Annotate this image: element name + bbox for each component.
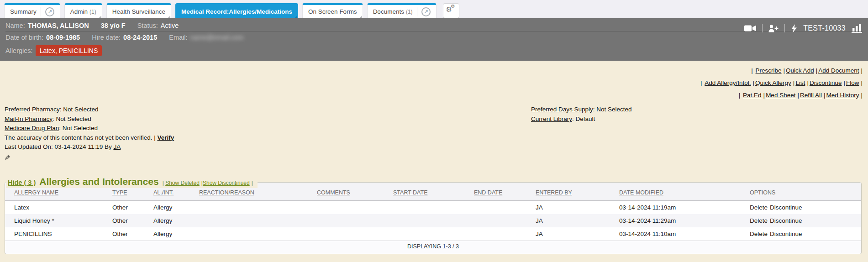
allergy-name-cell: Liquid Honey *	[5, 214, 109, 227]
col-al-int[interactable]: AL./INT.	[153, 189, 174, 196]
patient-header-icons: TEST-10033	[744, 24, 863, 33]
icon-divider	[784, 24, 785, 32]
quick-add-link[interactable]: Quick Add	[786, 67, 817, 74]
tab-documents[interactable]: Documents (1) ↗	[367, 3, 437, 18]
gear-icon: ⚙	[451, 4, 455, 9]
patient-details-row: Date of birth: 08-09-1985 Hire date: 08-…	[5, 31, 863, 43]
end-date-cell	[470, 201, 532, 215]
tab-medical-record-label: Medical Record:Allergies/Medications	[181, 8, 292, 15]
delete-action[interactable]: Delete	[750, 231, 768, 237]
current-library-value: Default	[572, 115, 595, 122]
section-filter-links: Show DeletedShow Discontinued	[163, 180, 253, 186]
col-start-date[interactable]: START DATE	[393, 189, 427, 196]
mailin-pharmacy-link[interactable]: Mail-In Pharmacy	[5, 115, 53, 122]
tab-on-screen-forms[interactable]: On Screen Forms	[302, 3, 363, 18]
last-updated-text: Last Updated On: 03-14-2024 11:19 By	[5, 143, 112, 150]
type-cell: Other	[109, 201, 150, 215]
discontinue-action[interactable]: Discontinue	[770, 217, 802, 224]
col-date-modified[interactable]: DATE MODIFIED	[619, 189, 663, 196]
open-external-icon[interactable]: ↗	[421, 7, 431, 16]
action-links-row-2: Add Allergy/Intol.Quick AllergyListDisco…	[700, 77, 863, 89]
action-links-row-3: Pat.EdMed SheetRefill AllMed History	[700, 89, 863, 101]
end-date-cell	[470, 227, 532, 241]
add-document-link[interactable]: Add Document	[818, 67, 863, 74]
video-camera-icon[interactable]	[744, 25, 756, 32]
edit-pencil-icon[interactable]: ✎	[5, 153, 11, 163]
last-updated-by-link[interactable]: JA	[113, 143, 121, 150]
table-row[interactable]: PENICILLINS Other Allergy JA 03-14-2024 …	[5, 227, 861, 241]
type-cell: Other	[109, 227, 150, 241]
add-person-icon[interactable]	[768, 25, 779, 32]
add-allergy-intol-link[interactable]: Add Allergy/Intol.	[705, 79, 754, 86]
allergies-section-legend: Hide ( 3 ) Allergies and Intolerances Sh…	[6, 176, 258, 188]
tab-health-surveillance[interactable]: Health Surveillance	[106, 3, 171, 18]
tab-divider	[41, 7, 41, 16]
section-title: Allergies and Intolerances	[39, 176, 158, 187]
reaction-cell	[195, 214, 313, 227]
delete-action[interactable]: Delete	[750, 217, 768, 224]
table-row[interactable]: Liquid Honey * Other Allergy JA 03-14-20…	[5, 214, 861, 227]
list-link[interactable]: List	[795, 79, 809, 86]
comments-cell	[313, 201, 389, 215]
allergies-badge[interactable]: Latex, PENICILLINS	[36, 45, 102, 56]
refill-all-link[interactable]: Refill All	[800, 92, 826, 99]
quick-allergy-link[interactable]: Quick Allergy	[755, 79, 794, 86]
pat-ed-link[interactable]: Pat.Ed	[743, 92, 765, 99]
show-deleted-link[interactable]: Show Deleted	[165, 180, 203, 186]
accuracy-row: The accuracy of this content has not yet…	[5, 133, 174, 143]
lightning-icon[interactable]	[791, 24, 797, 33]
patient-age-sex: 38 y/o F	[101, 22, 126, 29]
current-library-link[interactable]: Current Library	[531, 115, 572, 122]
hide-section-link[interactable]: Hide ( 3 )	[8, 179, 36, 186]
show-discontinued-link[interactable]: Show Discontinued	[203, 180, 253, 186]
action-links-row-1: PrescribeQuick AddAdd Document	[700, 64, 863, 77]
preferred-pharmacy-link[interactable]: Preferred Pharmacy	[5, 106, 60, 113]
start-date-cell	[389, 214, 470, 227]
patient-email-redacted: name@email.com	[190, 34, 244, 41]
table-row[interactable]: Latex Other Allergy JA 03-14-2024 11:19a…	[5, 201, 861, 215]
options-cell: DeleteDiscontinue	[746, 201, 861, 215]
col-type[interactable]: TYPE	[112, 189, 127, 196]
delete-action[interactable]: Delete	[750, 204, 768, 211]
col-reaction[interactable]: REACTION/REASON	[199, 189, 254, 196]
start-date-cell	[389, 201, 470, 215]
discontinue-action[interactable]: Discontinue	[770, 231, 802, 237]
col-end-date[interactable]: END DATE	[474, 189, 502, 196]
medicare-plan-value: Not Selected	[59, 125, 98, 131]
mailin-pharmacy-value: Not Selected	[53, 115, 91, 122]
allergy-name-cell: PENICILLINS	[5, 227, 109, 241]
med-history-link[interactable]: Med History	[826, 92, 863, 99]
type-cell: Other	[109, 214, 150, 227]
discontinue-action[interactable]: Discontinue	[770, 204, 802, 211]
col-entered-by[interactable]: ENTERED BY	[536, 189, 572, 196]
med-sheet-link[interactable]: Med Sheet	[766, 92, 799, 99]
discontinue-link[interactable]: Discontinue	[810, 79, 845, 86]
col-comments[interactable]: COMMENTS	[317, 189, 350, 196]
prescribe-link[interactable]: Prescribe	[756, 67, 785, 74]
reaction-cell	[195, 227, 313, 241]
tab-summary[interactable]: Summary ↗	[4, 3, 60, 18]
tab-corner-fold-icon	[360, 16, 362, 18]
hire-date-label: Hire date:	[92, 34, 121, 41]
days-supply-link[interactable]: Preferred Days Supply	[531, 106, 593, 113]
verify-link[interactable]: Verify	[157, 134, 174, 141]
patient-header: Name: THOMAS, ALLISON 38 y/o F Status: A…	[0, 18, 868, 61]
start-date-cell	[389, 227, 470, 241]
main-content: PrescribeQuick AddAdd Document Add Aller…	[0, 61, 868, 262]
bar-chart-icon[interactable]	[852, 24, 863, 33]
settings-button[interactable]: ⚙ ⚙	[443, 3, 459, 18]
tab-corner-fold-icon	[295, 16, 297, 18]
tab-medical-record-allergies-medications[interactable]: Medical Record:Allergies/Medications	[175, 3, 298, 18]
col-allergy-name[interactable]: ALLERGY NAME	[14, 189, 58, 196]
tab-admin[interactable]: Admin (1)	[64, 3, 102, 18]
tab-admin-badge: (1)	[89, 9, 96, 15]
allergies-section: Hide ( 3 ) Allergies and Intolerances Sh…	[5, 182, 862, 254]
al-int-cell: Allergy	[150, 201, 195, 215]
pharmacy-info: Preferred PharmacyNot Selected Mail-In P…	[5, 105, 174, 163]
medicare-plan-link[interactable]: Medicare Drug Plan	[5, 125, 59, 131]
date-modified-cell: 03-14-2024 11:29am	[615, 214, 746, 227]
flow-link[interactable]: Flow	[846, 79, 863, 86]
patient-hire-date: 08-24-2015	[123, 34, 157, 41]
tab-health-surveillance-label: Health Surveillance	[112, 8, 165, 15]
open-external-icon[interactable]: ↗	[45, 7, 54, 16]
